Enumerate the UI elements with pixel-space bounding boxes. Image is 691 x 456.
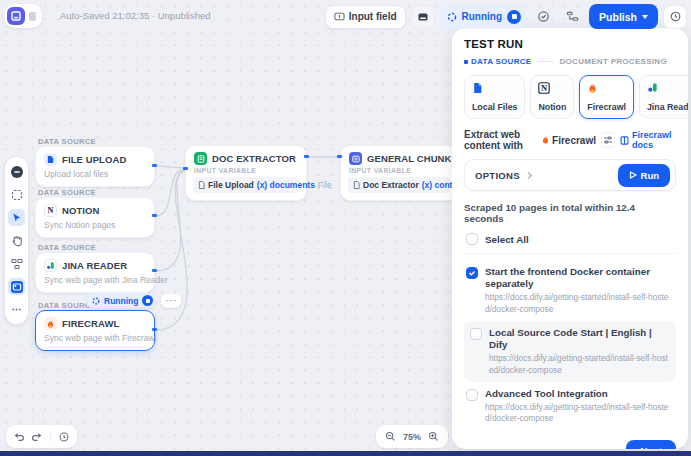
node-title: FIRECRAWL xyxy=(62,318,119,329)
flame-icon xyxy=(541,135,550,145)
extract-title: Extract web content with Firecrawl xyxy=(464,129,596,151)
node-firecrawl[interactable]: FIRECRAWL Sync web page with Firecrawl xyxy=(35,310,155,351)
collapse-handle-icon[interactable] xyxy=(29,12,36,21)
canvas-tool-rail xyxy=(5,157,28,324)
app-switcher[interactable] xyxy=(4,4,42,28)
stop-icon xyxy=(512,14,517,19)
notion-icon: N xyxy=(538,82,566,94)
port-notion-out[interactable] xyxy=(152,214,157,217)
scrape-summary: Scraped 10 pages in total within 12.4 se… xyxy=(464,202,676,224)
page-checkbox[interactable] xyxy=(470,328,482,340)
step-indicator: DATA SOURCE DOCUMENT PROCESSING xyxy=(464,57,676,66)
firecrawl-docs-link[interactable]: Firecrawl docs xyxy=(620,130,676,150)
node-title: GENERAL CHUNKER xyxy=(367,153,465,164)
svg-text:N: N xyxy=(48,206,54,215)
port-doc-extractor-in[interactable] xyxy=(183,167,188,170)
zoom-level[interactable]: 75% xyxy=(403,432,421,442)
variable-source: Doc Extractor xyxy=(363,180,419,190)
check-icon xyxy=(468,269,476,277)
input-variable-chip: File Upload (x) documents File xyxy=(193,177,299,193)
running-status-label: Running xyxy=(462,11,503,22)
scraped-page-row[interactable]: Local Source Code Start | English | Dify… xyxy=(464,321,676,382)
extract-settings-button[interactable] xyxy=(601,132,615,148)
source-card-notion[interactable]: N Notion xyxy=(530,75,574,119)
undo-button[interactable] xyxy=(11,429,27,445)
node-general-chunker[interactable]: GENERAL CHUNKER INPUT VARIABLE Doc Extra… xyxy=(340,145,458,201)
book-icon xyxy=(620,136,629,145)
file-icon xyxy=(198,181,205,189)
scraped-page-row[interactable]: Advanced Tool Integration https://docs.d… xyxy=(464,382,676,431)
change-history-button[interactable] xyxy=(56,429,72,445)
redo-button[interactable] xyxy=(29,429,45,445)
step-data-source[interactable]: DATA SOURCE xyxy=(464,57,531,66)
spinner-icon xyxy=(92,297,100,305)
chevron-down-icon xyxy=(642,15,648,19)
jina-reader-icon xyxy=(44,259,57,272)
hand-tool-button[interactable] xyxy=(8,232,25,249)
options-toggle[interactable]: OPTIONS xyxy=(475,170,520,181)
node-subtitle: Sync Notion pages xyxy=(36,219,154,237)
node-stop-button[interactable] xyxy=(142,295,153,306)
zoom-out-button[interactable] xyxy=(383,429,399,445)
group-label-data-source: DATA SOURCE xyxy=(38,137,96,146)
page-checkbox[interactable] xyxy=(466,267,478,279)
organize-blocks-button[interactable] xyxy=(560,5,584,29)
zoom-in-button[interactable] xyxy=(425,429,441,445)
node-notion[interactable]: N NOTION Sync Notion pages xyxy=(35,197,155,238)
add-note-button[interactable] xyxy=(8,186,25,203)
select-all-checkbox[interactable] xyxy=(466,233,478,245)
test-run-panel: TEST RUN DATA SOURCE DOCUMENT PROCESSING… xyxy=(452,28,688,449)
source-card-jina-reader[interactable]: Jina Reader xyxy=(639,75,688,119)
input-field-label: Input field xyxy=(349,11,397,22)
port-jina-out[interactable] xyxy=(152,269,157,272)
publish-button[interactable]: Publish xyxy=(589,4,658,29)
page-checkbox[interactable] xyxy=(466,389,478,401)
input-variable-chip: Doc Extractor (x) content File xyxy=(348,177,450,193)
pointer-tool-button[interactable] xyxy=(8,209,25,226)
input-variable-label: INPUT VARIABLE xyxy=(341,167,457,175)
input-field-button[interactable]: Input field xyxy=(325,5,406,29)
node-subtitle: Sync web page with Firecrawl xyxy=(36,332,154,350)
zoom-controls: 75% xyxy=(376,425,448,448)
add-block-button[interactable] xyxy=(8,163,25,180)
variable-inspect-button[interactable] xyxy=(411,5,435,29)
panel-title: TEST RUN xyxy=(464,38,676,50)
checklist-button[interactable] xyxy=(531,5,555,29)
general-chunker-icon xyxy=(349,152,362,165)
source-card-firecrawl[interactable]: Firecrawl xyxy=(579,75,634,119)
node-subtitle: Sync web page with Jina Reader xyxy=(36,274,154,292)
port-firecrawl-out[interactable] xyxy=(152,328,157,331)
port-general-chunker-in[interactable] xyxy=(337,155,342,158)
node-file-upload[interactable]: FILE UPLOAD Upload local files xyxy=(35,146,155,187)
more-tools-button[interactable] xyxy=(8,301,25,318)
preview-panel-button[interactable] xyxy=(8,278,25,295)
source-card-local-files[interactable]: Local Files xyxy=(464,75,525,119)
step-divider xyxy=(537,61,553,62)
file-upload-icon xyxy=(44,153,57,166)
page-title: Local Source Code Start | English | Dify xyxy=(489,327,670,351)
history-controls xyxy=(6,425,77,448)
run-button[interactable]: Run xyxy=(618,164,670,187)
select-all-label: Select All xyxy=(485,234,529,245)
auto-layout-button[interactable] xyxy=(8,255,25,272)
node-title: NOTION xyxy=(62,205,100,216)
node-subtitle: Upload local files xyxy=(36,168,154,186)
publish-label: Publish xyxy=(599,11,637,23)
jina-icon xyxy=(647,82,688,93)
step-dot xyxy=(464,60,468,64)
next-button[interactable]: Next xyxy=(626,440,676,449)
select-all-row[interactable]: Select All xyxy=(464,233,676,254)
page-url: https://docs.dify.ai/getting-started/ins… xyxy=(485,402,670,424)
node-jina-reader[interactable]: JINA READER Sync web page with Jina Read… xyxy=(35,252,155,293)
node-doc-extractor[interactable]: DOC EXTRACTOR INPUT VARIABLE File Upload… xyxy=(185,145,307,201)
doc-extractor-icon xyxy=(194,152,207,165)
doc-icon xyxy=(353,181,360,189)
variable-name: (x) documents xyxy=(257,180,315,190)
stop-run-button[interactable] xyxy=(507,10,521,24)
port-doc-extractor-out[interactable] xyxy=(304,155,309,158)
scraped-page-row[interactable]: Start the frontend Docker container sepa… xyxy=(464,260,676,321)
version-history-button[interactable] xyxy=(663,5,687,29)
node-title: JINA READER xyxy=(62,260,127,271)
port-file-upload-out[interactable] xyxy=(152,164,157,167)
node-more-button[interactable]: ··· xyxy=(161,294,181,308)
